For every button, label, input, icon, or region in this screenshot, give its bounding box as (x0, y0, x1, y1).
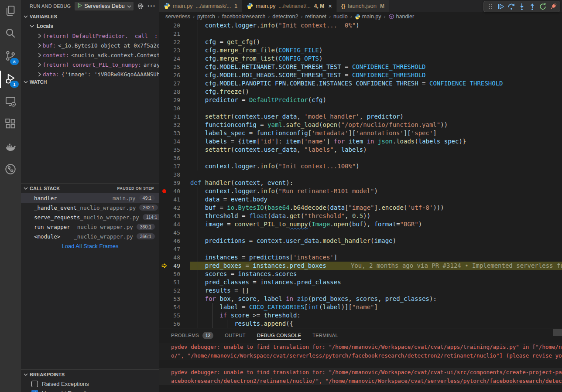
gutter-glyph[interactable] (159, 295, 169, 303)
code-line[interactable]: 52 results = [] (159, 286, 562, 295)
variable-row[interactable]: buf:<_io.BytesIO object at 0x7f5a2dc1ecc… (21, 41, 159, 50)
code-line[interactable]: 32 functionconfig = yaml.safe_load(open(… (159, 121, 562, 129)
breakpoint-row[interactable]: ✓Uncaught Exceptions (21, 389, 159, 392)
code-line[interactable]: 21 (159, 30, 562, 38)
gutter-glyph[interactable] (159, 237, 169, 245)
gutter-glyph[interactable] (159, 179, 169, 187)
code-line[interactable]: 28 cfg.freeze() (159, 88, 562, 96)
variable-row[interactable]: data:{'image': 'iVBORw0KGgoAAAANSUhE… (21, 69, 159, 77)
breadcrumb-item[interactable]: pytorch (197, 14, 215, 20)
code-line[interactable]: 33 labels_spec = functionconfig['metadat… (159, 129, 562, 137)
gutter-glyph[interactable] (159, 212, 169, 220)
call-stack-section-header[interactable]: CALL STACK PAUSED ON STEP (21, 184, 159, 193)
gutter-glyph[interactable] (159, 170, 169, 179)
code-line[interactable]: 44 image = convert_PIL_to_numpy(Image.op… (159, 220, 562, 228)
gutter-glyph[interactable] (159, 220, 169, 228)
breadcrumb-symbol[interactable]: handler (388, 14, 415, 20)
code-line[interactable]: 29 predictor = DefaultPredictor(cfg) (159, 96, 562, 104)
code-line[interactable]: 40 context.logger.info("Run retinanet-R1… (159, 187, 562, 195)
code-line[interactable]: 47 (159, 245, 562, 253)
code-line[interactable]: 22 cfg = get_cfg() (159, 38, 562, 46)
gutter-glyph[interactable] (159, 204, 169, 212)
gutter-glyph[interactable] (159, 146, 169, 154)
code-line[interactable]: 49 pred_boxes = instances.pred_boxesYou,… (159, 262, 562, 270)
gutter-glyph[interactable] (159, 104, 169, 112)
gutter-glyph[interactable] (159, 71, 169, 79)
gutter-glyph[interactable] (159, 63, 169, 71)
code-line[interactable]: 27 cfg.MODEL.PANOPTIC_FPN.COMBINE.INSTAN… (159, 79, 562, 88)
code-line[interactable]: 53 for box, score, label in zip(pred_box… (159, 295, 562, 303)
stack-frame[interactable]: handlermain.py49:1 (21, 193, 159, 203)
variable-row[interactable]: context:<nuclio_sdk.context.Context obje… (21, 50, 159, 60)
gutter-glyph[interactable] (159, 253, 169, 262)
activity-item-run-and-debug[interactable]: 1 (0, 68, 21, 91)
editor-tab-main.py[interactable]: main.py.../retinanet/...4, M× (242, 0, 337, 12)
gutter-glyph[interactable] (159, 55, 169, 63)
gutter-glyph[interactable] (159, 30, 169, 38)
continue-icon[interactable] (496, 2, 506, 11)
code-line[interactable]: 45 (159, 228, 562, 237)
activity-item-docker[interactable] (0, 136, 21, 159)
editor-tab-launch.json[interactable]: {}launch.jsonM (337, 0, 389, 12)
gutter-glyph[interactable] (159, 137, 169, 146)
code-line[interactable]: 31 setattr(context.user_data, 'model_han… (159, 112, 562, 121)
gutter-glyph[interactable] (159, 270, 169, 278)
gutter-glyph[interactable] (159, 79, 169, 88)
activity-item-remote-explorer[interactable] (0, 91, 21, 113)
breadcrumb-file[interactable]: main.py (355, 14, 381, 20)
watch-section-header[interactable]: WATCH (21, 77, 159, 87)
launch-config-dropdown[interactable]: Serverless Debu (75, 2, 134, 10)
stack-frame[interactable]: _handle_event_nuclio_wrapper.py262:1 (21, 203, 159, 212)
step-into-icon[interactable] (517, 2, 527, 11)
variable-row[interactable]: (return) convert_PIL_to_numpy:array([[[ … (21, 60, 159, 69)
more-actions-icon[interactable]: ··· (147, 4, 156, 8)
checkbox-checked[interactable]: ✓ (31, 390, 38, 392)
gutter-glyph[interactable] (159, 96, 169, 104)
gutter-glyph[interactable] (159, 88, 169, 96)
gutter-glyph[interactable] (159, 121, 169, 129)
gutter-glyph[interactable] (159, 162, 169, 170)
gutter-glyph[interactable] (159, 46, 169, 55)
breadcrumb-item[interactable]: nuclio (333, 14, 348, 20)
gutter-glyph[interactable] (159, 311, 169, 320)
gutter-glyph[interactable] (159, 303, 169, 311)
code-line[interactable]: 24 cfg.merge_from_list(CONFIG_OPTS) (159, 55, 562, 63)
panel-tab-debug-console[interactable]: DEBUG CONSOLE (257, 328, 301, 343)
activity-item-source-control[interactable]: 8 (0, 45, 21, 68)
activity-item-search[interactable] (0, 23, 21, 45)
code-editor[interactable]: 20 context.logger.info("Init context... … (159, 21, 562, 328)
activity-item-explorer[interactable] (0, 0, 21, 23)
breadcrumb-item[interactable]: retinanet (305, 14, 326, 20)
code-line[interactable]: 38 (159, 170, 562, 179)
step-over-icon[interactable] (506, 2, 517, 11)
activity-item-extensions[interactable] (0, 113, 21, 136)
gutter-glyph[interactable] (159, 187, 169, 195)
code-line[interactable]: 20 context.logger.info("Init context... … (159, 21, 562, 30)
panel-tab-terminal[interactable]: TERMINAL (312, 328, 338, 343)
breadcrumb-item[interactable]: serverless (165, 14, 190, 20)
breakpoints-section-header[interactable]: BREAKPOINTS (21, 370, 159, 379)
code-line[interactable]: 42 buf = io.BytesIO(base64.b64decode(dat… (159, 204, 562, 212)
code-line[interactable]: 55 if score >= threshold: (159, 311, 562, 320)
code-line[interactable]: 36 (159, 154, 562, 162)
gutter-glyph[interactable] (159, 286, 169, 295)
code-line[interactable]: 51 pred_classes = instances.pred_classes (159, 278, 562, 286)
gutter-glyph[interactable] (159, 195, 169, 204)
code-line[interactable]: 54 label = COCO_CATEGORIES[int(label)]["… (159, 303, 562, 311)
restart-icon[interactable] (538, 2, 548, 11)
code-line[interactable]: 30 (159, 104, 562, 112)
code-line[interactable]: 41 data = event.body (159, 195, 562, 204)
breakpoint-row[interactable]: Raised Exceptions (21, 379, 159, 389)
scope-locals[interactable]: Locals (21, 21, 159, 31)
gear-icon[interactable] (137, 3, 144, 10)
close-icon[interactable]: × (328, 3, 332, 9)
stack-frame[interactable]: serve_requests_nuclio_wrapper.py114:1 (21, 212, 159, 222)
load-all-stack-frames-link[interactable]: Load All Stack Frames (21, 241, 159, 251)
gutter-glyph[interactable] (159, 21, 169, 30)
breadcrumb-item[interactable]: facebookresearch (222, 14, 265, 20)
stack-frame[interactable]: run_wrapper_nuclio_wrapper.py360:1 (21, 222, 159, 232)
panel-tab-problems[interactable]: PROBLEMS12 (171, 328, 213, 343)
gutter-glyph[interactable] (159, 154, 169, 162)
gutter-glyph[interactable] (159, 228, 169, 237)
code-line[interactable]: 48 instances = predictions['instances'] (159, 253, 562, 262)
